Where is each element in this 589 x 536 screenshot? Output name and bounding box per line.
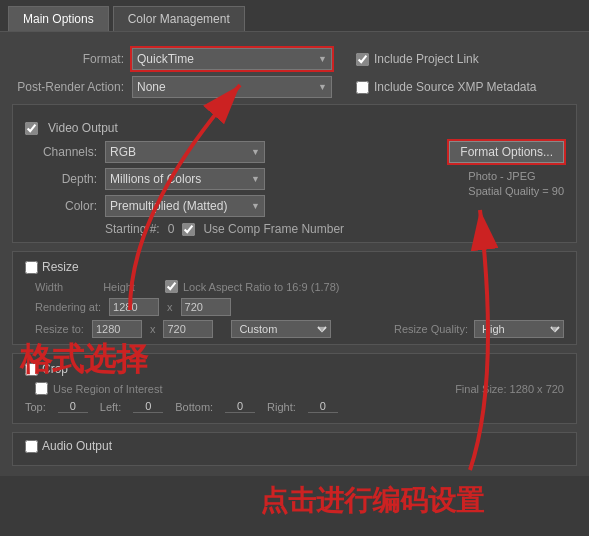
height-header: Height (103, 281, 135, 293)
use-roi-checkbox[interactable] (35, 382, 48, 395)
video-output-checkbox[interactable] (25, 122, 38, 135)
crop-label: Crop (42, 362, 68, 376)
crop-left-label: Left: (100, 401, 121, 413)
tab-main-options[interactable]: Main Options (8, 6, 109, 31)
format-label: Format: (12, 52, 132, 66)
include-project-link-checkbox[interactable] (356, 53, 369, 66)
post-render-select-wrapper: None (132, 76, 332, 98)
final-size-label: Final Size: 1280 x 720 (455, 383, 564, 395)
post-render-select[interactable]: None (132, 76, 332, 98)
width-header: Width (35, 281, 63, 293)
depth-label: Depth: (25, 172, 105, 186)
channels-label: Channels: (25, 145, 105, 159)
resize-label: Resize (42, 260, 79, 274)
include-project-link-row: Include Project Link (356, 52, 479, 66)
resize-section: Resize Width Height Lock Aspect Ratio to… (12, 251, 577, 345)
include-source-xmp-checkbox[interactable] (356, 81, 369, 94)
color-select[interactable]: Premultiplied (Matted) (105, 195, 265, 217)
resize-to-label: Resize to: (35, 323, 84, 335)
annotation-click-encoding: 点击进行编码设置 (260, 485, 485, 516)
crop-left-input[interactable] (133, 400, 163, 413)
render-width-input[interactable] (109, 298, 159, 316)
custom-select[interactable]: Custom (231, 320, 331, 338)
color-select-wrapper: Premultiplied (Matted) (105, 195, 265, 217)
include-project-link-label: Include Project Link (374, 52, 479, 66)
include-source-xmp-row: Include Source XMP Metadata (356, 80, 537, 94)
use-comp-frame-label: Use Comp Frame Number (203, 222, 344, 236)
crop-values-row: Top: Left: Bottom: Right: (25, 400, 564, 413)
post-render-label: Post-Render Action: (12, 80, 132, 94)
resize-width-input[interactable] (92, 320, 142, 338)
format-options-button[interactable]: Format Options... (449, 141, 564, 163)
lock-aspect-checkbox[interactable] (165, 280, 178, 293)
render-height-input[interactable] (181, 298, 231, 316)
rendering-at-label: Rendering at: (35, 301, 101, 313)
depth-select-wrapper: Millions of Colors (105, 168, 265, 190)
starting-row: Starting #: 0 Use Comp Frame Number (105, 222, 439, 236)
starting-value: 0 (168, 222, 175, 236)
color-label: Color: (25, 199, 105, 213)
resize-quality-select-wrapper: High (474, 320, 564, 338)
crop-right-label: Right: (267, 401, 296, 413)
format-select[interactable]: QuickTime (132, 48, 332, 70)
crop-bottom-label: Bottom: (175, 401, 213, 413)
video-output-label: Video Output (48, 121, 118, 135)
resize-quality-label: Resize Quality: (394, 323, 468, 335)
crop-right-input[interactable] (308, 400, 338, 413)
crop-bottom-input[interactable] (225, 400, 255, 413)
use-comp-frame-checkbox[interactable] (182, 223, 195, 236)
audio-output-label: Audio Output (42, 439, 112, 453)
resize-height-input[interactable] (163, 320, 213, 338)
crop-top-label: Top: (25, 401, 46, 413)
starting-label: Starting #: (105, 222, 160, 236)
video-output-section: Video Output Channels: RGB (12, 104, 577, 243)
codec-info: Photo - JPEG Spatial Quality = 90 (468, 169, 564, 200)
custom-select-wrapper: Custom (231, 320, 331, 338)
include-source-xmp-label: Include Source XMP Metadata (374, 80, 537, 94)
crop-top-input[interactable] (58, 400, 88, 413)
use-roi-label: Use Region of Interest (53, 383, 162, 395)
resize-quality-select[interactable]: High (474, 320, 564, 338)
codec-info-line1: Photo - JPEG (468, 169, 564, 184)
depth-select[interactable]: Millions of Colors (105, 168, 265, 190)
crop-section: Crop Use Region of Interest Final Size: … (12, 353, 577, 424)
audio-output-section: Audio Output (12, 432, 577, 466)
channels-select[interactable]: RGB (105, 141, 265, 163)
channels-select-wrapper: RGB (105, 141, 265, 163)
crop-checkbox[interactable] (25, 363, 38, 376)
lock-aspect-label: Lock Aspect Ratio to 16:9 (1.78) (183, 281, 340, 293)
format-select-wrapper: QuickTime (132, 48, 332, 70)
resize-checkbox[interactable] (25, 261, 38, 274)
codec-info-line2: Spatial Quality = 90 (468, 184, 564, 199)
audio-output-checkbox[interactable] (25, 440, 38, 453)
tab-color-management[interactable]: Color Management (113, 6, 245, 31)
